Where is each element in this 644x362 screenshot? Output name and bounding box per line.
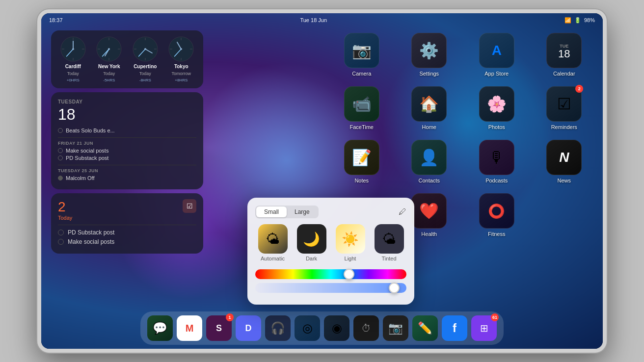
settings-icon: ⚙️ xyxy=(411,33,447,68)
rem-friday-label: FRIDAY 21 JUN xyxy=(58,141,196,146)
tinted-label: Tinted xyxy=(381,256,396,261)
reminders-widget: TUESDAY 18 Beats Solo Buds e... FRIDAY 2… xyxy=(51,92,203,189)
clock-offset-tokyo: +8HRS xyxy=(175,78,188,82)
light-label: Light xyxy=(345,256,356,261)
reminders-badge: 2 xyxy=(575,85,583,93)
fitness-icon: ⭕ xyxy=(479,193,514,229)
count-info: 2 Today xyxy=(58,199,72,221)
color-picker-popup: Small Large 🖊 🌤 Automatic 🌙 Dark ☀️ Ligh… xyxy=(247,198,414,305)
app-camera[interactable]: 📷 Camera xyxy=(333,33,391,77)
facetime-icon: 📹 xyxy=(344,86,379,122)
clock-city-cupertino: Cupertino xyxy=(134,64,157,69)
app-contacts[interactable]: 👤 Contacts xyxy=(401,140,458,183)
app-podcasts[interactable]: 🎙 Podcasts xyxy=(468,140,526,183)
reminders-date: 18 xyxy=(58,105,196,124)
count-widget: 2 Today ☑ PD Substack post Make social p… xyxy=(51,193,203,254)
clock-tokyo: Tokyo Tomorrow +8HRS xyxy=(168,36,194,82)
app-notes[interactable]: 📝 Notes xyxy=(333,140,391,183)
dock-facebook[interactable]: f xyxy=(442,315,467,341)
notes-icon: 📝 xyxy=(344,140,379,175)
dock-camera-small[interactable]: 📷 xyxy=(383,315,408,341)
appstore-icon: A xyxy=(479,33,514,68)
widgets-area: Cardiff Today +0HRS New Yo xyxy=(51,30,203,254)
health-label: Health xyxy=(421,231,437,237)
automatic-icon: 🌤 xyxy=(258,224,288,254)
camera-label: Camera xyxy=(352,71,371,77)
svg-point-7 xyxy=(72,48,74,50)
rem-tuesday-label: TUESDAY 25 JUN xyxy=(58,168,196,173)
dock-find[interactable]: ◎ xyxy=(295,315,320,341)
clock-day-cardiff: Today xyxy=(67,71,79,76)
size-large-btn[interactable]: Large xyxy=(287,207,318,217)
app-photos[interactable]: 🌸 Photos xyxy=(468,86,526,130)
clock-cupertino: Cupertino Today -8HRS xyxy=(133,36,158,82)
clock-day-cupertino: Today xyxy=(139,71,151,76)
dock: 💬 M S 1 D 🎧 ◎ ◉ ⏱ 📷 ✏️ f ⊞ 61 xyxy=(140,311,504,345)
app-settings[interactable]: ⚙️ Settings xyxy=(401,33,458,77)
rem-circle xyxy=(58,155,63,160)
dock-grid[interactable]: ⊞ 61 xyxy=(471,315,497,341)
eyedropper-icon[interactable]: 🖊 xyxy=(399,207,406,216)
clock-offset-cardiff: +0HRS xyxy=(67,78,80,82)
light-icon: ☀️ xyxy=(336,224,365,254)
clock-cardiff: Cardiff Today +0HRS xyxy=(60,36,86,82)
opacity-slider[interactable] xyxy=(255,283,406,293)
appearance-tinted[interactable]: 🌤 Tinted xyxy=(372,224,406,261)
opacity-thumb[interactable] xyxy=(389,283,400,293)
notes-label: Notes xyxy=(354,178,369,183)
color-slider-container xyxy=(255,269,406,293)
contacts-label: Contacts xyxy=(419,178,440,183)
status-date: Tue 18 Jun xyxy=(300,17,327,23)
app-appstore[interactable]: A App Store xyxy=(468,33,526,77)
dock-messages[interactable]: 💬 xyxy=(147,315,173,341)
dock-slack[interactable]: S 1 xyxy=(206,315,232,341)
rem-friday-section: FRIDAY 21 JUN Make social posts PD Subst… xyxy=(58,137,196,161)
clock-newyork: New York Today -5HRS xyxy=(96,36,122,82)
dock-gmail[interactable]: M xyxy=(177,315,202,341)
rainbow-thumb[interactable] xyxy=(344,269,354,280)
app-calendar[interactable]: TUE 18 Calendar xyxy=(536,33,593,77)
svg-point-15 xyxy=(108,48,110,50)
dock-app7[interactable]: ◉ xyxy=(324,315,349,341)
settings-label: Settings xyxy=(419,71,439,77)
rem-beats-item: Beats Solo Buds e... xyxy=(58,128,196,133)
reminders-label: Reminders xyxy=(551,124,577,130)
rem-tuesday-item-1: Malcolm Off xyxy=(58,175,196,181)
app-facetime[interactable]: 📹 FaceTime xyxy=(333,86,391,130)
app-home[interactable]: 🏠 Home xyxy=(401,86,458,130)
clock-day-tokyo: Tomorrow xyxy=(171,71,191,76)
dock-airpods[interactable]: 🎧 xyxy=(265,315,291,341)
size-toggle: Small Large xyxy=(255,206,319,218)
rainbow-slider[interactable] xyxy=(255,269,406,279)
svg-point-31 xyxy=(180,48,182,50)
calendar-label: Calendar xyxy=(553,71,575,77)
rem-friday-item-2: PD Substack post xyxy=(58,155,196,161)
count-number: 2 xyxy=(58,199,72,215)
picker-header: Small Large 🖊 xyxy=(255,206,406,218)
reminders-icon: ☑ 2 xyxy=(546,86,582,122)
clock-city-tokyo: Tokyo xyxy=(174,64,188,69)
home-icon: 🏠 xyxy=(411,86,447,122)
app-reminders[interactable]: ☑ 2 Reminders xyxy=(536,86,593,130)
app-fitness[interactable]: ⭕ Fitness xyxy=(468,193,526,237)
dock-discord[interactable]: D xyxy=(236,315,261,341)
count-header: 2 Today ☑ xyxy=(58,199,196,221)
rem-tuesday-section: TUESDAY 25 JUN Malcolm Off xyxy=(58,165,196,181)
rem-circle xyxy=(58,176,63,181)
home-label: Home xyxy=(422,124,436,130)
ipad-frame: 18:37 Tue 18 Jun 📶 🔋 98% xyxy=(37,9,607,353)
podcasts-icon: 🎙 xyxy=(479,140,514,175)
appearance-automatic[interactable]: 🌤 Automatic xyxy=(255,224,290,261)
appearance-light[interactable]: ☀️ Light xyxy=(333,224,368,261)
camera-icon: 📷 xyxy=(344,33,379,68)
appearance-dark[interactable]: 🌙 Dark xyxy=(294,224,329,261)
app-news[interactable]: N News xyxy=(536,140,593,183)
world-clock-widget: Cardiff Today +0HRS New Yo xyxy=(51,30,203,88)
dock-pencil[interactable]: ✏️ xyxy=(412,315,438,341)
photos-label: Photos xyxy=(488,124,505,130)
size-small-btn[interactable]: Small xyxy=(256,207,287,217)
dock-speedometer[interactable]: ⏱ xyxy=(353,315,379,341)
calendar-icon: TUE 18 xyxy=(546,33,582,68)
clock-city-newyork: New York xyxy=(98,64,120,69)
news-label: News xyxy=(557,178,571,183)
